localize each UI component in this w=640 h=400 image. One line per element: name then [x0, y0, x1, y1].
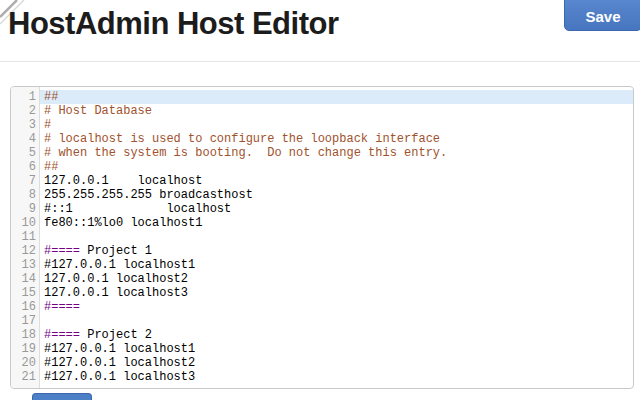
- line-number: 1: [11, 90, 36, 104]
- line-number: 21: [11, 370, 36, 384]
- code-token-plain: #127.0.0.1 localhost1: [44, 258, 195, 272]
- code-line[interactable]: 127.0.0.1 localhost3: [40, 286, 633, 300]
- code-token-plain: Project 2: [80, 328, 152, 342]
- line-number: 20: [11, 356, 36, 370]
- code-token-comment: ##: [44, 160, 58, 174]
- code-token-plain: #127.0.0.1 localhost3: [44, 370, 195, 384]
- line-number: 14: [11, 272, 36, 286]
- code-token-plain: 127.0.0.1 localhost: [44, 174, 202, 188]
- code-line[interactable]: ##: [40, 160, 633, 174]
- editor-lines[interactable]: ### Host Database## localhost is used to…: [40, 87, 633, 388]
- code-line[interactable]: #: [40, 118, 633, 132]
- code-token-plain: #::1 localhost: [44, 202, 231, 216]
- code-token-comment: # Host Database: [44, 104, 152, 118]
- line-number: 6: [11, 160, 36, 174]
- code-line[interactable]: #127.0.0.1 localhost1: [40, 258, 633, 272]
- line-number: 11: [11, 230, 36, 244]
- code-token-plain: fe80::1%lo0 localhost1: [44, 216, 202, 230]
- save-button[interactable]: Save: [564, 0, 640, 31]
- page: { "header": { "title": "HostAdmin Host E…: [0, 0, 640, 400]
- code-token-comment: # localhost is used to configure the loo…: [44, 132, 440, 146]
- code-token-plain: 127.0.0.1 localhost3: [44, 286, 188, 300]
- line-number: 17: [11, 314, 36, 328]
- code-token-delim: #====: [44, 244, 80, 258]
- line-number: 4: [11, 132, 36, 146]
- code-line[interactable]: [40, 230, 633, 244]
- line-number: 2: [11, 104, 36, 118]
- code-token-plain: 255.255.255.255 broadcasthost: [44, 188, 253, 202]
- line-number: 19: [11, 342, 36, 356]
- code-token-comment: #: [44, 118, 51, 132]
- code-line[interactable]: [40, 314, 633, 328]
- code-line[interactable]: ##: [40, 90, 633, 104]
- line-number: 9: [11, 202, 36, 216]
- code-line[interactable]: 255.255.255.255 broadcasthost: [40, 188, 633, 202]
- line-number: 12: [11, 244, 36, 258]
- code-token-plain: #127.0.0.1 localhost1: [44, 342, 195, 356]
- code-line[interactable]: #127.0.0.1 localhost1: [40, 342, 633, 356]
- code-line[interactable]: # when the system is booting. Do not cha…: [40, 146, 633, 160]
- code-line[interactable]: #::1 localhost: [40, 202, 633, 216]
- code-token-comment: ##: [44, 90, 58, 104]
- header-divider: [0, 61, 640, 62]
- code-line[interactable]: #==== Project 1: [40, 244, 633, 258]
- code-line[interactable]: #127.0.0.1 localhost2: [40, 356, 633, 370]
- code-token-delim: #====: [44, 328, 80, 342]
- line-number: 15: [11, 286, 36, 300]
- code-line[interactable]: 127.0.0.1 localhost: [40, 174, 633, 188]
- code-line[interactable]: # Host Database: [40, 104, 633, 118]
- line-number: 7: [11, 174, 36, 188]
- code-line[interactable]: #==== Project 2: [40, 328, 633, 342]
- host-file-editor[interactable]: 123456789101112131415161718192021 ### Ho…: [10, 86, 634, 389]
- code-line[interactable]: #====: [40, 300, 633, 314]
- code-token-delim: #====: [44, 300, 80, 314]
- line-number: 8: [11, 188, 36, 202]
- partial-button-bottom[interactable]: [32, 393, 92, 400]
- code-line[interactable]: 127.0.0.1 localhost2: [40, 272, 633, 286]
- editor-gutter: 123456789101112131415161718192021: [11, 87, 40, 388]
- page-title: HostAdmin Host Editor: [8, 6, 339, 42]
- code-token-plain: #127.0.0.1 localhost2: [44, 356, 195, 370]
- code-token-comment: # when the system is booting. Do not cha…: [44, 146, 447, 160]
- code-token-plain: 127.0.0.1 localhost2: [44, 272, 188, 286]
- code-line[interactable]: # localhost is used to configure the loo…: [40, 132, 633, 146]
- line-number: 18: [11, 328, 36, 342]
- code-line[interactable]: #127.0.0.1 localhost3: [40, 370, 633, 384]
- code-line[interactable]: fe80::1%lo0 localhost1: [40, 216, 633, 230]
- line-number: 5: [11, 146, 36, 160]
- line-number: 10: [11, 216, 36, 230]
- line-number: 13: [11, 258, 36, 272]
- line-number: 3: [11, 118, 36, 132]
- code-token-plain: Project 1: [80, 244, 152, 258]
- line-number: 16: [11, 300, 36, 314]
